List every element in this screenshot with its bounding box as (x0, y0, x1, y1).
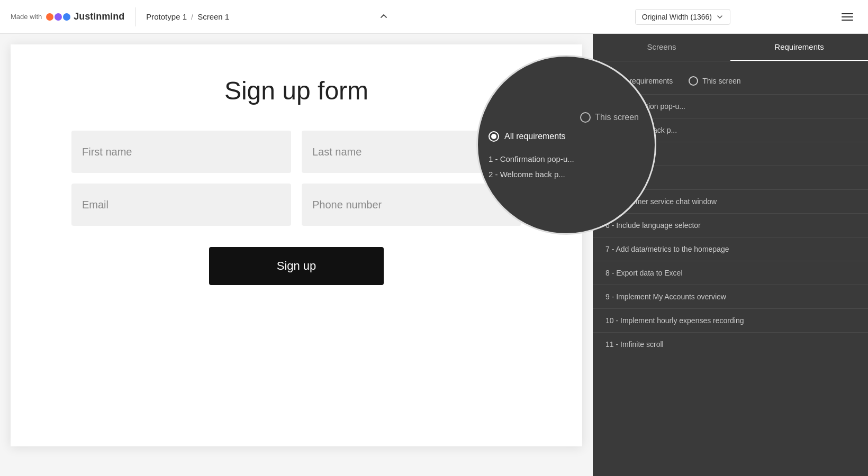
magnifier-radio-all (489, 131, 499, 142)
topbar-right (837, 9, 857, 25)
req-text: 11 - Imfinite scroll (605, 340, 664, 349)
phone-placeholder: Phone number (312, 199, 382, 211)
list-item[interactable]: 9 - Implement My Accounts overview (593, 285, 868, 308)
sidebar-tabs: Screens Requirements (593, 34, 868, 61)
hamburger-line-2 (842, 16, 853, 17)
magnifier-all-label: All requirements (504, 132, 566, 141)
list-item[interactable]: 6 - Include language selector (593, 213, 868, 237)
topbar-center (240, 8, 528, 25)
tab-screens[interactable]: Screens (593, 34, 730, 61)
main-layout: Sign up form First name Last name Email … (0, 34, 868, 476)
breadcrumb: Prototype 1 / Screen 1 (146, 12, 229, 21)
brand-name: Justinmind (74, 11, 124, 22)
hamburger-line-3 (842, 20, 853, 21)
breadcrumb-screen[interactable]: Screen 1 (197, 12, 229, 21)
last-name-placeholder: Last name (312, 146, 361, 158)
email-placeholder: Email (82, 199, 108, 211)
right-sidebar: Screens Requirements All requirements Th… (593, 34, 868, 476)
req-text: 6 - Include language selector (605, 221, 701, 230)
filter-screen-label: This screen (702, 77, 740, 85)
list-item[interactable]: 10 - Implement hourly expenses recording (593, 308, 868, 332)
magnifier-all-row: All requirements (489, 131, 566, 142)
req-text: 8 - Export data to Excel (605, 269, 683, 277)
magnifier-screen-label: This screen (595, 113, 639, 122)
radio-screen (689, 76, 698, 86)
form-grid: First name Last name Email Phone number (71, 131, 521, 226)
magnifier-overlay: This screen All requirements 1 - Confirm… (476, 55, 656, 235)
logo-dots (46, 13, 70, 21)
list-item[interactable]: 7 - Add data/metrics to the homepage (593, 237, 868, 261)
width-selector[interactable]: Original Width (1366) (635, 9, 730, 25)
magnifier-radio-screen (580, 112, 591, 123)
width-selector-label: Original Width (1366) (642, 13, 712, 21)
magnifier-req-1: 1 - Confirmation pop-u... (489, 151, 644, 167)
collapse-button[interactable] (375, 8, 392, 25)
topbar: Made with Justinmind Prototype 1 / Scree… (0, 0, 868, 34)
req-text: 10 - Implement hourly expenses recording (605, 316, 744, 325)
width-selector-area: Original Width (1366) (539, 9, 827, 25)
list-item[interactable]: 11 - Imfinite scroll (593, 332, 868, 356)
logo-dot-blue (63, 13, 70, 21)
filter-this-screen[interactable]: This screen (689, 76, 740, 86)
brand-area: Made with Justinmind (11, 11, 124, 22)
first-name-field[interactable]: First name (71, 131, 291, 173)
list-item[interactable]: 8 - Export data to Excel (593, 261, 868, 285)
req-text: 9 - Implement My Accounts overview (605, 292, 726, 301)
menu-button[interactable] (837, 9, 857, 25)
first-name-placeholder: First name (82, 146, 132, 158)
magnifier-req-2: 2 - Welcome back p... (489, 167, 644, 182)
tab-requirements[interactable]: Requirements (730, 34, 868, 61)
brand-logo: Justinmind (46, 11, 124, 22)
signup-button[interactable]: Sign up (209, 247, 384, 285)
email-field[interactable]: Email (71, 184, 291, 226)
form-title: Sign up form (224, 76, 368, 105)
req-text: 7 - Add data/metrics to the homepage (605, 245, 729, 253)
breadcrumb-prototype[interactable]: Prototype 1 (146, 12, 187, 21)
breadcrumb-separator: / (191, 12, 193, 21)
topbar-divider (135, 7, 135, 26)
logo-dot-purple (55, 13, 62, 21)
magnifier-content: This screen All requirements 1 - Confirm… (478, 57, 655, 233)
hamburger-line-1 (842, 13, 853, 14)
logo-dot-orange (46, 13, 53, 21)
made-with-label: Made with (11, 13, 42, 21)
